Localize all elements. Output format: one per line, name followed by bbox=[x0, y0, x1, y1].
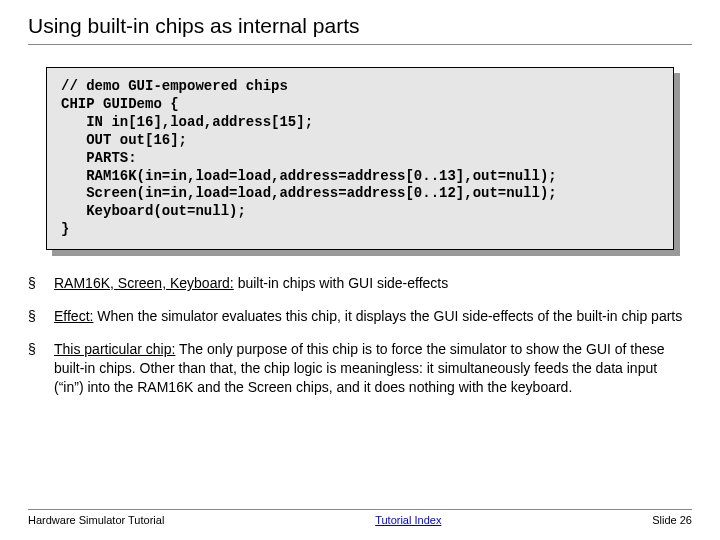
slide-title: Using built-in chips as internal parts bbox=[28, 14, 692, 45]
footer-right: Slide 26 bbox=[652, 514, 692, 526]
footer-link-index[interactable]: Tutorial Index bbox=[375, 514, 441, 526]
bullet-label: This particular chip: bbox=[54, 341, 175, 357]
bullet-text: built-in chips with GUI side-effects bbox=[234, 275, 449, 291]
bullet-text: When the simulator evaluates this chip, … bbox=[93, 308, 682, 324]
slide-footer: Hardware Simulator Tutorial Tutorial Ind… bbox=[28, 509, 692, 526]
list-item: This particular chip: The only purpose o… bbox=[28, 340, 688, 397]
bullet-label: Effect: bbox=[54, 308, 93, 324]
bullet-label: RAM16K, Screen, Keyboard: bbox=[54, 275, 234, 291]
list-item: Effect: When the simulator evaluates thi… bbox=[28, 307, 688, 326]
footer-left: Hardware Simulator Tutorial bbox=[28, 514, 164, 526]
list-item: RAM16K, Screen, Keyboard: built-in chips… bbox=[28, 274, 688, 293]
code-block-container: // demo GUI-empowered chips CHIP GUIDemo… bbox=[46, 67, 674, 250]
bullet-list: RAM16K, Screen, Keyboard: built-in chips… bbox=[28, 274, 688, 396]
code-block: // demo GUI-empowered chips CHIP GUIDemo… bbox=[46, 67, 674, 250]
